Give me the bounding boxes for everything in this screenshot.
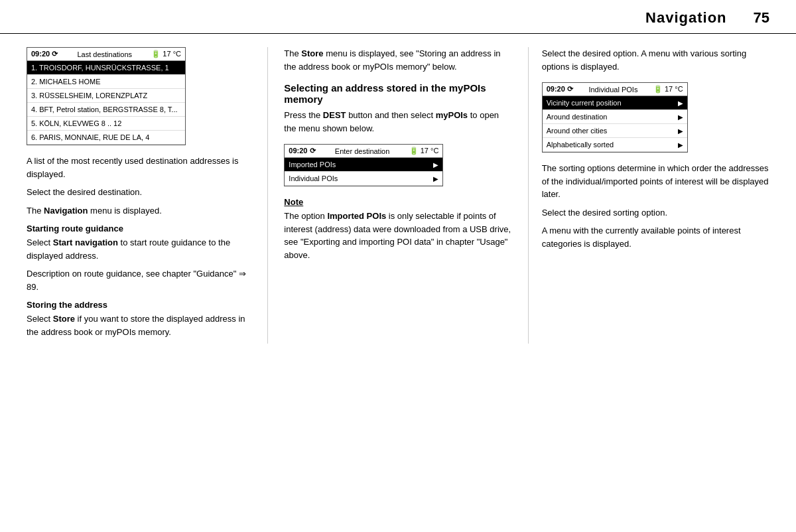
store-text: Select Store if you want to store the di… <box>27 312 254 338</box>
right-para1: Select the desired option. A menu with v… <box>542 47 769 73</box>
page-header: Navigation 75 <box>0 0 796 34</box>
list-item: 1. TROISDORF, HUNSRÜCKSTRASSE, 1 <box>27 61 185 75</box>
note-text: The option Imported POIs is only selecta… <box>284 210 511 261</box>
route-text: Select Start navigation to start route g… <box>27 236 254 262</box>
screen2-temp: 🔋 17 °C <box>409 147 439 155</box>
screen1-time: 09:20 ⟳ <box>31 50 58 58</box>
list-item: 4. BFT, Petrol station, BERGSTRASSE 8, T… <box>27 103 185 117</box>
screen3-temp: 🔋 17 °C <box>653 85 683 94</box>
screen-header-2: 09:20 ⟳ Enter destination 🔋 17 °C <box>285 145 442 158</box>
screen2-title: Enter destination <box>335 147 390 155</box>
chevron-right-icon: ▶ <box>433 175 438 182</box>
right-para3: Select the desired sorting option. <box>542 206 769 220</box>
screen3-title: Individual POIs <box>588 86 637 94</box>
imported-pois-bold: Imported POIs <box>327 211 386 221</box>
right-para4: A menu with the currently available poin… <box>542 224 769 250</box>
nav-bold: Navigation <box>44 206 88 216</box>
list-item: Around other cities▶ <box>543 124 687 138</box>
screen3-battery-icon: 🔋 <box>653 85 663 93</box>
screen2-rows: Imported POIs▶Individual POIs▶ <box>285 158 442 186</box>
list-item: Vicinity current position▶ <box>543 96 687 110</box>
screen3-rows: Vicinity current position▶Around destina… <box>543 96 687 152</box>
right-para2: The sorting options determine in which o… <box>542 162 769 201</box>
screen2-battery-icon: 🔋 <box>409 147 419 155</box>
store-bold-mid: Store <box>301 48 323 58</box>
screen-last-destinations: 09:20 ⟳ Last destinations 🔋 17 °C 1. TRO… <box>27 47 186 145</box>
list-item: 6. PARIS, MONNAIE, RUE DE LA, 4 <box>27 131 185 145</box>
col-mid: The Store menu is displayed, see "Storin… <box>267 47 528 344</box>
screen1-title: Last destinations <box>77 50 132 58</box>
page-number: 75 <box>754 9 769 27</box>
chevron-right-icon: ▶ <box>678 113 683 121</box>
screen-individual-pois: 09:20 ⟳ Individual POIs 🔋 17 °C Vicinity… <box>542 82 688 153</box>
note-title: Note <box>284 197 511 207</box>
store-bold: Store <box>53 314 75 324</box>
section-heading-mypois: Selecting an address stored in the myPOI… <box>284 82 511 105</box>
screen2-time-icon: ⟳ <box>307 147 315 155</box>
mid-para1: The Store menu is displayed, see "Storin… <box>284 47 511 73</box>
col-right: Select the desired option. A menu with v… <box>529 47 776 344</box>
screen1-battery-icon: 🔋 <box>151 50 161 58</box>
screen1-temp: 🔋 17 °C <box>151 50 181 58</box>
heading-route: Starting route guidance <box>27 224 254 233</box>
chevron-right-icon: ▶ <box>678 127 683 135</box>
dest-bold: DEST <box>323 110 346 120</box>
screen3-time: 09:20 ⟳ <box>547 85 573 94</box>
col-left-para1: A list of the most recently used destina… <box>27 155 254 180</box>
mypois-bold: myPOIs <box>436 110 468 120</box>
list-item: Imported POIs▶ <box>285 158 442 172</box>
page-body: 09:20 ⟳ Last destinations 🔋 17 °C 1. TRO… <box>0 34 796 357</box>
chevron-right-icon: ▶ <box>678 141 683 149</box>
screen-header-3: 09:20 ⟳ Individual POIs 🔋 17 °C <box>543 83 687 96</box>
list-item: Around destination▶ <box>543 110 687 124</box>
list-item: 3. RÜSSELSHEIM, LORENZPLATZ <box>27 89 185 103</box>
list-item: 2. MICHAELS HOME <box>27 75 185 89</box>
route-para2: Description on route guidance, see chapt… <box>27 267 254 293</box>
screen3-time-icon: ⟳ <box>565 85 573 93</box>
screen2-time: 09:20 ⟳ <box>289 147 315 155</box>
note-box: Note The option Imported POIs is only se… <box>284 197 511 261</box>
page-title: Navigation <box>645 9 726 27</box>
screen-header-1: 09:20 ⟳ Last destinations 🔋 17 °C <box>27 48 185 61</box>
col-left-para3: The Navigation menu is displayed. <box>27 204 254 218</box>
heading-store: Storing the address <box>27 300 254 310</box>
screen1-rows: 1. TROISDORF, HUNSRÜCKSTRASSE, 12. MICHA… <box>27 61 185 145</box>
screen-enter-destination: 09:20 ⟳ Enter destination 🔋 17 °C Import… <box>284 144 443 186</box>
list-item: Alphabetically sorted▶ <box>543 138 687 152</box>
col-left: 09:20 ⟳ Last destinations 🔋 17 °C 1. TRO… <box>20 47 267 344</box>
start-nav-bold: Start navigation <box>53 237 118 247</box>
col-left-para2: Select the desired destination. <box>27 186 254 199</box>
mid-section-text: Press the DEST button and then select my… <box>284 109 511 135</box>
list-item: 5. KÖLN, KLEVWEG 8 .. 12 <box>27 117 185 131</box>
chevron-right-icon: ▶ <box>433 161 438 168</box>
list-item: Individual POIs▶ <box>285 172 442 186</box>
screen1-time-icon: ⟳ <box>50 50 58 58</box>
chevron-right-icon: ▶ <box>678 100 683 107</box>
